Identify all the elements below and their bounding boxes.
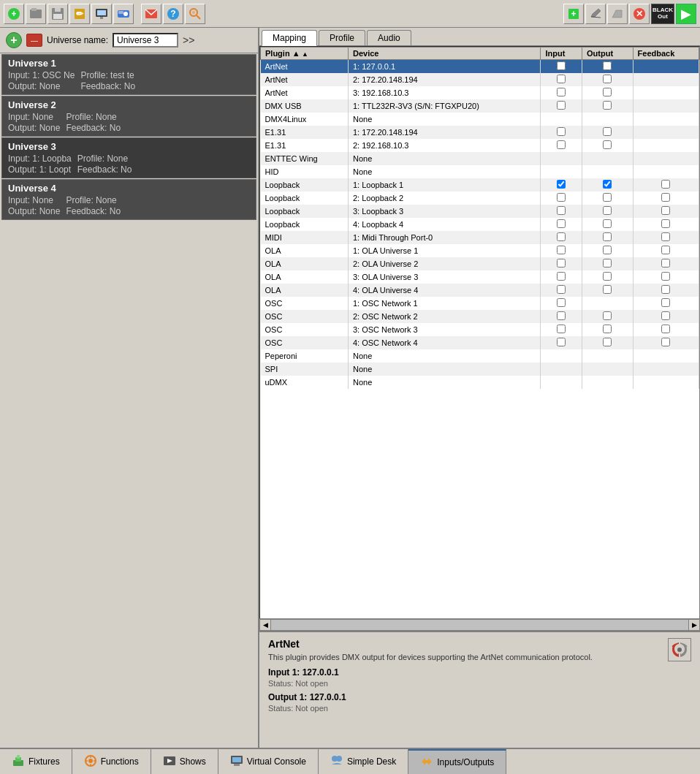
bottom-tab-functions[interactable]: Functions: [72, 749, 151, 774]
eraser-btn[interactable]: [607, 4, 628, 24]
output-checkbox[interactable]: [603, 259, 612, 268]
feedback-checkbox[interactable]: [661, 259, 670, 268]
horizontal-scrollbar[interactable]: ◀ ▶: [259, 619, 700, 631]
bottom-tab-inputs-outputs[interactable]: Inputs/Outputs: [408, 749, 506, 774]
output-checkbox[interactable]: [603, 338, 612, 346]
table-row[interactable]: MIDI 1: Midi Through Port-0: [261, 231, 699, 244]
cell-output[interactable]: [582, 73, 634, 86]
cell-feedback[interactable]: [633, 178, 699, 191]
bottom-tab-fixtures[interactable]: Fixtures: [0, 749, 72, 774]
cell-output[interactable]: [582, 178, 634, 191]
input-checkbox[interactable]: [557, 285, 566, 294]
table-row[interactable]: OSC 4: OSC Network 4: [261, 336, 699, 349]
input-checkbox[interactable]: [557, 127, 566, 136]
input-checkbox[interactable]: [557, 338, 566, 346]
edit-btn[interactable]: ✏: [69, 4, 90, 24]
output-checkbox[interactable]: [603, 285, 612, 294]
add-fixture-btn[interactable]: +: [563, 4, 584, 24]
toggle-btn[interactable]: [113, 4, 134, 24]
output-checkbox[interactable]: [603, 180, 612, 189]
cell-input[interactable]: [541, 60, 582, 73]
table-row[interactable]: DMX4Linux None: [261, 113, 699, 126]
bottom-tab-simple-desk[interactable]: Simple Desk: [319, 749, 408, 774]
universe-name-input[interactable]: [113, 33, 178, 48]
bottom-tab-shows[interactable]: Shows: [151, 749, 218, 774]
input-checkbox[interactable]: [557, 193, 566, 202]
table-row[interactable]: HID None: [261, 165, 699, 178]
output-checkbox[interactable]: [603, 206, 612, 215]
table-row[interactable]: E1.31 1: 172.20.148.194: [261, 126, 699, 139]
output-checkbox[interactable]: [603, 101, 612, 110]
input-checkbox[interactable]: [557, 246, 566, 254]
input-checkbox[interactable]: [557, 206, 566, 215]
table-row[interactable]: Loopback 1: Loopback 1: [261, 178, 699, 191]
delete-universe-btn[interactable]: —: [26, 34, 42, 47]
scroll-left-btn[interactable]: ◀: [259, 619, 271, 631]
col-feedback[interactable]: Feedback: [633, 48, 699, 60]
input-checkbox[interactable]: [557, 75, 566, 83]
input-checkbox[interactable]: [557, 140, 566, 149]
table-row[interactable]: OSC 3: OSC Network 3: [261, 323, 699, 336]
tab-mapping[interactable]: Mapping: [262, 30, 317, 46]
input-checkbox[interactable]: [557, 232, 566, 241]
feedback-checkbox[interactable]: [661, 311, 670, 320]
cell-output[interactable]: [582, 99, 634, 113]
table-row[interactable]: Peperoni None: [261, 349, 699, 363]
output-checkbox[interactable]: [603, 325, 612, 333]
universe-item-4[interactable]: Universe 4 Input: None Output: None Prof…: [1, 179, 256, 220]
universe-item-1[interactable]: Universe 1 Input: 1: OSC Ne Output: None…: [1, 54, 256, 95]
cell-feedback[interactable]: [633, 73, 699, 86]
col-input[interactable]: Input: [541, 48, 582, 60]
help-btn[interactable]: ?: [163, 4, 183, 24]
table-row[interactable]: ArtNet 1: 127.0.0.1: [261, 60, 699, 73]
input-checkbox[interactable]: [557, 311, 566, 320]
output-checkbox[interactable]: [603, 219, 612, 228]
output-checkbox[interactable]: [603, 232, 612, 241]
output-checkbox[interactable]: [603, 75, 612, 83]
cell-input[interactable]: [541, 178, 582, 191]
bottom-tab-virtual-console[interactable]: Virtual Console: [218, 749, 319, 774]
table-row[interactable]: SPI None: [261, 363, 699, 376]
col-plugin[interactable]: Plugin ▲: [261, 48, 349, 60]
table-row[interactable]: DMX USB 1: TTL232R-3V3 (S/N: FTGXPU20): [261, 99, 699, 113]
table-row[interactable]: OLA 2: OLA Universe 2: [261, 257, 699, 270]
cell-input[interactable]: [541, 73, 582, 86]
go-btn[interactable]: ▶: [676, 4, 696, 24]
arrow-btn[interactable]: >>: [183, 34, 194, 46]
cell-feedback[interactable]: [633, 126, 699, 139]
feedback-checkbox[interactable]: [661, 219, 670, 228]
table-row[interactable]: ArtNet 3: 192.168.10.3: [261, 86, 699, 99]
input-checkbox[interactable]: [557, 298, 566, 307]
table-row[interactable]: Loopback 3: Loopback 3: [261, 205, 699, 218]
monitor-btn[interactable]: [91, 4, 112, 24]
table-row[interactable]: OLA 3: OLA Universe 3: [261, 270, 699, 284]
table-row[interactable]: E1.31 2: 192.168.10.3: [261, 139, 699, 152]
table-row[interactable]: OSC 2: OSC Network 2: [261, 310, 699, 323]
cell-feedback[interactable]: [633, 60, 699, 73]
table-row[interactable]: Loopback 4: Loopback 4: [261, 218, 699, 231]
feedback-checkbox[interactable]: [661, 232, 670, 241]
feedback-checkbox[interactable]: [661, 246, 670, 254]
feedback-checkbox[interactable]: [661, 325, 670, 333]
col-device[interactable]: Device: [349, 48, 541, 60]
universe-item-3[interactable]: Universe 3 Input: 1: Loopba Output: 1: L…: [1, 137, 256, 178]
input-checkbox[interactable]: [557, 219, 566, 228]
cell-feedback[interactable]: [633, 139, 699, 152]
cell-input[interactable]: [541, 99, 582, 113]
cell-feedback[interactable]: [633, 86, 699, 99]
feedback-checkbox[interactable]: [661, 298, 670, 307]
table-row[interactable]: OLA 4: OLA Universe 4: [261, 284, 699, 297]
output-checkbox[interactable]: [603, 246, 612, 254]
input-checkbox[interactable]: [557, 325, 566, 333]
output-checkbox[interactable]: [603, 311, 612, 320]
col-output[interactable]: Output: [582, 48, 634, 60]
search-btn[interactable]: [185, 4, 205, 24]
configure-btn[interactable]: [668, 638, 691, 661]
output-checkbox[interactable]: [603, 88, 612, 96]
cell-feedback[interactable]: [633, 99, 699, 113]
cell-output[interactable]: [582, 139, 634, 152]
cell-input[interactable]: [541, 126, 582, 139]
output-checkbox[interactable]: [603, 127, 612, 136]
email-btn[interactable]: [141, 4, 161, 24]
input-checkbox[interactable]: [557, 272, 566, 281]
